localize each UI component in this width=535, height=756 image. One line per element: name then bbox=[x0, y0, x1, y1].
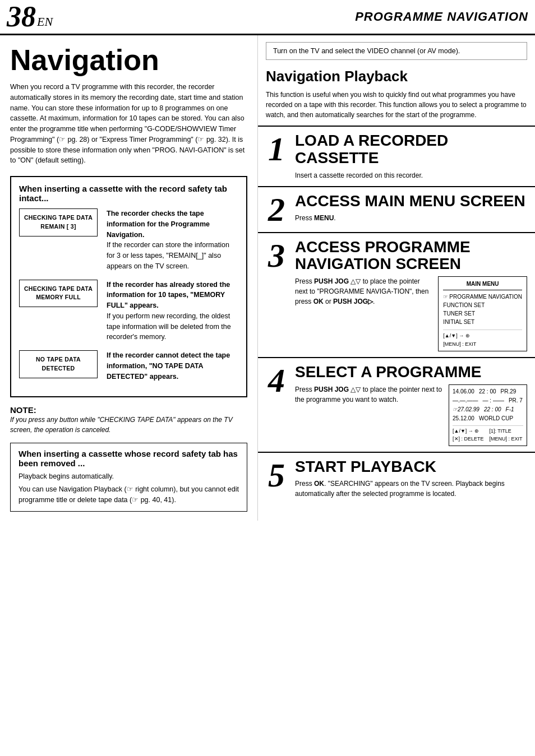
tape-box-1: CHECKING TAPE DATA REMAIN [ 3] bbox=[19, 208, 98, 236]
tape-desc-2-normal: If you perform new recording, the oldest… bbox=[107, 312, 231, 341]
menu-footer: [▲/▼] → ⊛[MENU] : EXIT bbox=[443, 330, 522, 348]
step-2-title: ACCESS MAIN MENU SCREEN bbox=[295, 193, 527, 210]
right-column: Turn on the TV and select the VIDEO chan… bbox=[258, 35, 535, 521]
page-number: 38 bbox=[7, 2, 36, 31]
step-1-desc: Insert a cassette recorded on this recor… bbox=[295, 170, 527, 180]
step-3-title: ACCESS PROGRAMME NAVIGATION SCREEN bbox=[295, 239, 527, 273]
prog-row-2: —.—.—— — : —— PR. 7 bbox=[453, 396, 523, 405]
main-menu-box: MAIN MENU ☞ PROGRAMME NAVIGATION FUNCTIO… bbox=[438, 276, 527, 351]
menu-box-title: MAIN MENU bbox=[443, 280, 522, 290]
step-4-content: SELECT A PROGRAMME Press PUSH JOG △▽ to … bbox=[290, 364, 527, 446]
tape-desc-2-bold: If the recorder has already stored the i… bbox=[107, 281, 230, 310]
tape-desc-1-normal: If the recorder can store the informatio… bbox=[107, 241, 229, 270]
step-1-content: LOAD A RECORDED CASSETTE Insert a casset… bbox=[290, 132, 527, 180]
prog-table-footer: [▲/▼] → ⊛ [✕] : DELETE [1]: TITLE [MENU]… bbox=[453, 425, 523, 443]
step-2-bold: MENU bbox=[314, 214, 334, 222]
section-title: PROGRAMME NAVIGATION bbox=[355, 10, 528, 24]
tape-item-2: CHECKING TAPE DATA MEMORY FULL If the re… bbox=[19, 280, 238, 343]
page-header: 38 EN PROGRAMME NAVIGATION bbox=[0, 0, 535, 35]
step-3-number: 3 bbox=[258, 239, 290, 272]
prog-row-3: ☞27.02.99 22 : 00 F-1 bbox=[453, 405, 523, 414]
step-5-title: START PLAYBACK bbox=[295, 458, 527, 476]
note-text: If you press any button while "CHECKING … bbox=[10, 415, 247, 435]
prog-row-1: 14.06.00 22 : 00 PR.29 bbox=[453, 387, 523, 396]
step-2-desc: Press MENU. bbox=[295, 213, 527, 223]
menu-item-tuner-set: TUNER SET bbox=[443, 309, 522, 318]
tape-item-1: CHECKING TAPE DATA REMAIN [ 3] The recor… bbox=[19, 208, 238, 272]
intro-text: When you record a TV programme with this… bbox=[10, 82, 247, 166]
step-3-inner: Press PUSH JOG △▽ to place the pointer n… bbox=[295, 276, 527, 351]
insert-section-title: When inserting a cassette with the recor… bbox=[19, 184, 238, 203]
step-3-desc: Press PUSH JOG △▽ to place the pointer n… bbox=[295, 276, 432, 307]
language-label: EN bbox=[37, 15, 53, 29]
removed-text-1: Playback begins automatically. bbox=[19, 471, 239, 482]
step-5-desc: Press OK. "SEARCHING" appears on the TV … bbox=[295, 479, 527, 499]
main-content: Navigation When you record a TV programm… bbox=[0, 35, 535, 521]
menu-item-function-set: FUNCTION SET bbox=[443, 301, 522, 309]
tape-box-3-line1: NO TAPE DATA DETECTED bbox=[23, 355, 94, 373]
removed-text-2: You can use Navigation Playback (☞ right… bbox=[19, 484, 239, 505]
removed-section: When inserting a cassette whose record s… bbox=[10, 443, 247, 511]
step-5-content: START PLAYBACK Press OK. "SEARCHING" app… bbox=[290, 458, 527, 499]
left-column: Navigation When you record a TV programm… bbox=[0, 35, 258, 521]
menu-item-prog-nav: ☞ PROGRAMME NAVIGATION bbox=[443, 293, 522, 301]
step-2: 2 ACCESS MAIN MENU SCREEN Press MENU. bbox=[258, 186, 535, 232]
step-5: 5 START PLAYBACK Press OK. "SEARCHING" a… bbox=[258, 452, 535, 505]
tv-instruction-banner: Turn on the TV and select the VIDEO chan… bbox=[266, 42, 527, 60]
tape-box-1-line1: CHECKING TAPE DATA bbox=[23, 214, 94, 222]
tape-box-3: NO TAPE DATA DETECTED bbox=[19, 350, 98, 378]
tape-box-2-line2: MEMORY FULL bbox=[23, 293, 94, 302]
step-1: 1 LOAD A RECORDED CASSETTE Insert a cass… bbox=[258, 126, 535, 186]
step-5-number: 5 bbox=[258, 458, 290, 492]
note-section: NOTE: If you press any button while "CHE… bbox=[10, 405, 247, 435]
step-4-number: 4 bbox=[258, 364, 290, 397]
step-4-desc: Press PUSH JOG △▽ to place the pointer n… bbox=[295, 384, 443, 405]
tape-item-3: NO TAPE DATA DETECTED If the recorder ca… bbox=[19, 350, 238, 382]
tape-desc-1-bold: The recorder checks the tape information… bbox=[107, 210, 210, 239]
step-2-number: 2 bbox=[258, 193, 290, 226]
step-4: 4 SELECT A PROGRAMME Press PUSH JOG △▽ t… bbox=[258, 357, 535, 452]
page-main-title: Navigation bbox=[10, 44, 247, 76]
step-3: 3 ACCESS PROGRAMME NAVIGATION SCREEN Pre… bbox=[258, 232, 535, 357]
step-3-content: ACCESS PROGRAMME NAVIGATION SCREEN Press… bbox=[290, 239, 527, 351]
tape-box-2-line1: CHECKING TAPE DATA bbox=[23, 285, 94, 294]
nav-playback-desc: This function is useful when you wish to… bbox=[258, 90, 535, 120]
step-2-content: ACCESS MAIN MENU SCREEN Press MENU. bbox=[290, 193, 527, 224]
tape-desc-1: The recorder checks the tape information… bbox=[107, 208, 238, 272]
tape-box-1-line2: REMAIN [ 3] bbox=[23, 222, 94, 231]
step-4-inner: Press PUSH JOG △▽ to place the pointer n… bbox=[295, 384, 527, 446]
note-title: NOTE: bbox=[10, 405, 247, 415]
programme-table: 14.06.00 22 : 00 PR.29 —.—.—— — : —— PR.… bbox=[449, 384, 527, 446]
tape-desc-3-bold: If the recorder cannot detect the tape i… bbox=[107, 351, 230, 381]
tape-desc-2: If the recorder has already stored the i… bbox=[107, 280, 238, 343]
tape-desc-3: If the recorder cannot detect the tape i… bbox=[107, 350, 238, 382]
step-1-number: 1 bbox=[258, 132, 290, 166]
nav-playback-title: Navigation Playback bbox=[258, 68, 535, 85]
tape-box-2: CHECKING TAPE DATA MEMORY FULL bbox=[19, 280, 98, 308]
insert-cassette-section: When inserting a cassette with the recor… bbox=[10, 176, 247, 397]
removed-title: When inserting a cassette whose record s… bbox=[19, 449, 239, 468]
prog-row-4: 25.12.00 WORLD CUP bbox=[453, 414, 523, 423]
step-4-title: SELECT A PROGRAMME bbox=[295, 364, 527, 381]
step-1-title: LOAD A RECORDED CASSETTE bbox=[295, 132, 527, 167]
menu-item-initial-set: INITIAL SET bbox=[443, 318, 522, 326]
